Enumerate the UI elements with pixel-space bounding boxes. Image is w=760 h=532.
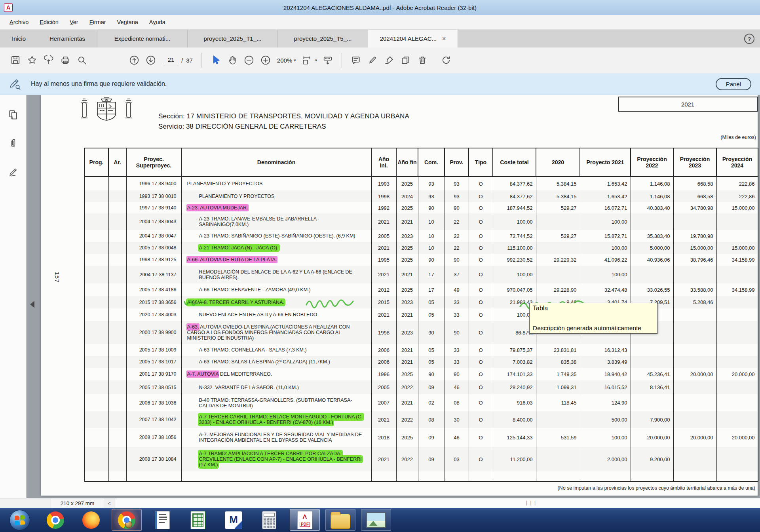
panel-button[interactable]: Panel bbox=[716, 78, 751, 90]
table-cell: A-66 TRAMO: BENAVENTE - ZAMORA (49,0 KM.… bbox=[181, 283, 371, 296]
attachments-paperclip-icon[interactable] bbox=[8, 138, 19, 149]
pdf-page: Sección: 17 MINISTERIO DE TRANSPORTES, M… bbox=[41, 95, 758, 496]
next-page-icon[interactable] bbox=[142, 51, 159, 69]
table-cell bbox=[469, 471, 493, 481]
taskbar-item-image-viewer[interactable] bbox=[361, 509, 391, 531]
firefox-icon bbox=[82, 511, 100, 529]
page-number-input[interactable]: 21 bbox=[163, 56, 179, 64]
star-icon[interactable] bbox=[24, 51, 40, 69]
table-cell: 100,00 bbox=[580, 266, 631, 283]
table-cell: 2007 17 38 1042 bbox=[126, 411, 181, 428]
tab-close-icon[interactable]: × bbox=[442, 35, 446, 42]
menu-ventana[interactable]: Ventana bbox=[112, 17, 143, 27]
table-cell bbox=[84, 213, 108, 230]
table-row: 1997 17 38 9140A-23. AUTOVIA MUDEJAR.199… bbox=[84, 202, 758, 213]
zoom-level[interactable]: 200% bbox=[277, 57, 292, 64]
table-cell: 08 bbox=[418, 411, 445, 428]
menu-firmar[interactable]: Firmar bbox=[85, 17, 111, 27]
calculator-icon bbox=[262, 511, 276, 529]
refresh-icon[interactable] bbox=[438, 51, 454, 69]
sign-pen-icon[interactable] bbox=[381, 51, 397, 69]
table-cell: 2023 bbox=[396, 321, 418, 344]
menu-edición[interactable]: Edición bbox=[35, 17, 63, 27]
trash-icon[interactable] bbox=[414, 51, 431, 69]
taskbar-item-windows-start[interactable] bbox=[5, 509, 35, 531]
taskbar-item-chrome[interactable] bbox=[40, 509, 70, 531]
menu-ver[interactable]: Ver bbox=[65, 17, 83, 27]
signatures-panel-icon[interactable] bbox=[8, 166, 19, 177]
table-cell: 23.831,81 bbox=[536, 344, 580, 356]
table-cell bbox=[108, 177, 126, 190]
taskbar-item-markdown-m[interactable]: M bbox=[218, 509, 249, 531]
table-cell: 2024 bbox=[396, 190, 418, 202]
fit-caret-icon[interactable]: ▾ bbox=[315, 58, 317, 63]
hscroll-left-button[interactable]: < bbox=[104, 498, 114, 508]
fit-width-icon[interactable] bbox=[298, 51, 315, 69]
save-icon[interactable] bbox=[7, 51, 24, 69]
table-cell: 2015 17 38 3656 bbox=[126, 296, 181, 308]
table-cell: 34.780,98 bbox=[673, 202, 716, 213]
table-row: 2008 17 38 1084A-7 TRAMO: AMPLIACION A T… bbox=[84, 447, 758, 471]
table-cell: 30 bbox=[445, 411, 469, 428]
share-upload-icon[interactable] bbox=[40, 51, 57, 69]
highlighter-icon[interactable] bbox=[364, 51, 381, 69]
stamp-pages-icon[interactable] bbox=[397, 51, 414, 69]
table-cell bbox=[108, 202, 126, 213]
table-cell: 16.312,43 bbox=[580, 344, 631, 356]
page-scroll-icon[interactable] bbox=[319, 51, 336, 69]
document-tab[interactable]: proyecto_2025_T5_... bbox=[277, 30, 368, 48]
page-thumbnails-icon[interactable] bbox=[8, 109, 19, 120]
scrollbar-grip[interactable]: | | | bbox=[526, 500, 536, 505]
horizontal-scrollbar[interactable]: | | | bbox=[114, 498, 760, 508]
column-header: Proyección2024 bbox=[716, 148, 758, 177]
table-cell: 22 bbox=[445, 230, 469, 242]
table-cell: 2018 bbox=[371, 428, 396, 447]
menu-archivo[interactable]: Archivo bbox=[5, 17, 33, 27]
table-cell bbox=[84, 447, 108, 471]
table-cell: 15.000,00 bbox=[716, 202, 758, 213]
taskbar-item-folder[interactable] bbox=[325, 509, 355, 531]
table-cell: A-63. AUTOVIA OVIEDO-LA ESPINA.(ACTUACIO… bbox=[181, 321, 371, 344]
table-cell bbox=[673, 411, 716, 428]
table-cell: 7.900,00 bbox=[631, 411, 673, 428]
table-cell bbox=[716, 296, 758, 308]
taskbar-item-calculator[interactable] bbox=[254, 509, 284, 531]
taskbar-item-pdf-reader[interactable]: ꓥPDF bbox=[290, 509, 320, 531]
search-icon[interactable] bbox=[74, 51, 90, 69]
table-cell: 2001 17 38 9170 bbox=[126, 368, 181, 380]
table-cell: 5.384,15 bbox=[536, 177, 580, 190]
print-icon[interactable] bbox=[57, 51, 74, 69]
table-cell: O bbox=[469, 308, 493, 321]
taskbar-item-firefox[interactable] bbox=[76, 509, 106, 531]
previous-page-edge-arrow[interactable] bbox=[30, 301, 34, 308]
zoom-in-icon[interactable] bbox=[257, 51, 274, 69]
table-cell: 2005 17 38 1009 bbox=[126, 344, 181, 356]
comment-icon[interactable] bbox=[348, 51, 364, 69]
document-tab[interactable]: Expediente normati... bbox=[97, 30, 187, 48]
menu-ayuda[interactable]: Ayuda bbox=[144, 17, 170, 27]
table-cell: 7.003,82 bbox=[493, 356, 536, 368]
tab-herramientas[interactable]: Herramientas bbox=[38, 30, 97, 48]
document-tab[interactable]: proyecto_2025_T1_... bbox=[187, 30, 277, 48]
taskbar-item-spreadsheet-calc[interactable] bbox=[183, 509, 213, 531]
table-cell: PLANEAMIENTO Y PROYECTOS bbox=[181, 177, 371, 190]
select-cursor-icon[interactable] bbox=[207, 51, 224, 69]
table-cell: 2008 17 38 1084 bbox=[126, 447, 181, 471]
document-tab[interactable]: 20241204 ALEGAC...× bbox=[368, 30, 458, 48]
taskbar-item-chrome-active[interactable] bbox=[112, 509, 142, 531]
table-cell bbox=[181, 471, 371, 481]
table-cell: 1998 bbox=[371, 190, 396, 202]
tab-inicio[interactable]: Inicio bbox=[0, 30, 38, 48]
help-icon[interactable]: ? bbox=[744, 34, 754, 44]
zoom-out-icon[interactable] bbox=[241, 51, 257, 69]
table-cell bbox=[631, 213, 673, 230]
table-cell: B-40 TRAMO: TERRASSA-GRANOLLERS. (SUBTRA… bbox=[181, 394, 371, 411]
table-cell bbox=[108, 447, 126, 471]
table-cell: 90 bbox=[418, 321, 445, 344]
previous-page-icon[interactable] bbox=[126, 51, 142, 69]
hand-tool-icon[interactable] bbox=[224, 51, 241, 69]
taskbar-item-writer-doc[interactable] bbox=[147, 509, 177, 531]
table-cell: 1.146,08 bbox=[631, 190, 673, 202]
table-cell: 2006 bbox=[371, 356, 396, 368]
zoom-caret-icon[interactable]: ▾ bbox=[294, 58, 296, 63]
